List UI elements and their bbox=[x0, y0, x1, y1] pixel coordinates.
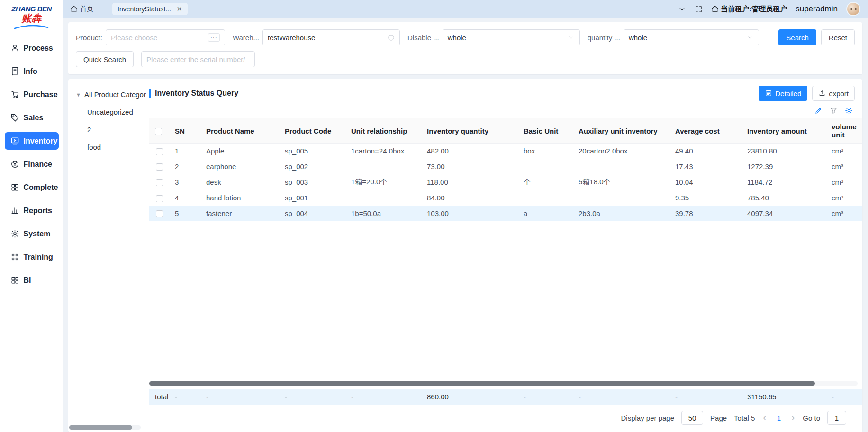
filter-row-2: Quick Search bbox=[76, 51, 855, 67]
column-header[interactable]: Average cost bbox=[669, 118, 741, 144]
clear-icon[interactable] bbox=[388, 34, 395, 41]
open-tab-inventory-status[interactable]: InventoryStatusI... ✕ bbox=[112, 3, 188, 15]
table-header-row: SNProduct NameProduct CodeUnit relations… bbox=[149, 118, 862, 144]
tenant-house-icon bbox=[711, 5, 719, 13]
column-header[interactable]: Unit relationship bbox=[345, 118, 421, 144]
product-input[interactable] bbox=[111, 34, 205, 42]
current-page[interactable]: 1 bbox=[775, 414, 783, 422]
detailed-button[interactable]: Detailed bbox=[759, 86, 807, 101]
product-more-icon[interactable]: ··· bbox=[208, 33, 220, 42]
disable-value: whole bbox=[448, 34, 466, 42]
column-header[interactable]: volume unit bbox=[826, 118, 862, 144]
row-checkbox[interactable] bbox=[156, 210, 163, 217]
sidebar-item-sales[interactable]: Sales bbox=[5, 109, 59, 126]
select-all-checkbox[interactable] bbox=[155, 128, 162, 135]
app-logo[interactable]: ZHANG BEN 账犇 bbox=[11, 5, 52, 30]
scrollbar-thumb[interactable] bbox=[149, 381, 815, 386]
table-row[interactable]: 1Applesp_0051carton=24.0box482.00box20ca… bbox=[149, 144, 862, 159]
sidebar-item-process[interactable]: Process bbox=[5, 39, 59, 57]
table-cell: 49.40 bbox=[669, 144, 741, 159]
quantity-select[interactable]: whole bbox=[624, 29, 759, 45]
table-cell: 1272.39 bbox=[741, 159, 826, 174]
column-header[interactable]: Product Name bbox=[200, 118, 279, 144]
sidebar-item-finance[interactable]: Finance bbox=[5, 155, 59, 173]
warehouse-input[interactable] bbox=[268, 34, 385, 42]
row-checkbox[interactable] bbox=[156, 163, 163, 171]
column-header[interactable]: Inventory amount bbox=[741, 118, 826, 144]
goto-page-input[interactable] bbox=[827, 411, 846, 425]
sidebar-item-inventory[interactable]: Inventory bbox=[5, 132, 59, 150]
tab-close-icon[interactable]: ✕ bbox=[177, 6, 182, 12]
filter-warehouse: Wareh... bbox=[233, 29, 400, 45]
horizontal-scrollbar[interactable] bbox=[149, 381, 858, 386]
tree-caret-icon[interactable]: ▼ bbox=[76, 92, 81, 98]
serial-number-field[interactable] bbox=[141, 51, 255, 67]
column-header[interactable]: SN bbox=[169, 118, 200, 144]
username[interactable]: superadmin bbox=[796, 4, 838, 14]
export-label: export bbox=[829, 90, 849, 98]
total-cell: - bbox=[518, 389, 573, 405]
tree-item-2[interactable]: 2 bbox=[87, 126, 141, 134]
table-row[interactable]: 4hand lotionsp_00184.009.35785.40cm³ bbox=[149, 190, 862, 206]
table-cell: sp_002 bbox=[279, 159, 345, 174]
total-row: total----860.00---31150.65- bbox=[149, 389, 862, 405]
sidebar-item-purchase[interactable]: Purchase bbox=[5, 86, 59, 103]
column-header[interactable]: Inventory quantity bbox=[421, 118, 518, 144]
table-cell bbox=[518, 159, 573, 174]
sidebar-item-complete[interactable]: Complete bbox=[5, 179, 59, 196]
sidebar-item-info[interactable]: Info bbox=[5, 63, 59, 80]
quick-search-button[interactable]: Quick Search bbox=[76, 51, 134, 67]
product-picker[interactable]: ··· bbox=[106, 29, 225, 45]
info-icon bbox=[10, 67, 19, 76]
total-cell: - bbox=[200, 389, 279, 405]
row-checkbox[interactable] bbox=[156, 148, 163, 155]
settings-icon[interactable] bbox=[845, 107, 853, 115]
sidebar-item-training[interactable]: Training bbox=[5, 248, 59, 266]
table-row[interactable]: 2earphonesp_00273.0017.431272.39cm³ bbox=[149, 159, 862, 174]
inventory-table: SNProduct NameProduct CodeUnit relations… bbox=[149, 118, 862, 221]
serial-number-input[interactable] bbox=[146, 55, 250, 63]
reset-button[interactable]: Reset bbox=[821, 29, 855, 45]
column-header[interactable]: Auxiliary unit inventory bbox=[573, 118, 669, 144]
current-tenant[interactable]: 当前租户:管理员租户 bbox=[711, 5, 787, 14]
next-page-icon[interactable]: › bbox=[790, 413, 796, 423]
goto-label: Go to bbox=[803, 414, 820, 422]
sidebar-item-reports[interactable]: Reports bbox=[5, 202, 59, 219]
search-button[interactable]: Search bbox=[778, 29, 816, 45]
tree-horizontal-scrollbar[interactable] bbox=[69, 425, 141, 430]
sidebar-item-system[interactable]: System bbox=[5, 225, 59, 243]
sidebar-item-bi[interactable]: BI bbox=[5, 271, 59, 289]
edit-icon[interactable] bbox=[814, 107, 823, 115]
table-cell: 20carton2.0box bbox=[573, 144, 669, 159]
quantity-label: quantity ... bbox=[588, 34, 620, 42]
table-cell: hand lotion bbox=[200, 190, 279, 206]
table-row[interactable]: 3desksp_0031箱=20.0个118.00个5箱18.0个10.0411… bbox=[149, 174, 862, 190]
export-button[interactable]: export bbox=[812, 86, 855, 101]
fullscreen-icon[interactable] bbox=[695, 5, 703, 13]
disable-label: Disable ... bbox=[407, 34, 439, 42]
scrollbar-thumb[interactable] bbox=[69, 425, 132, 430]
table-row[interactable]: 5fastenersp_0041b=50.0a103.00a2b3.0a39.7… bbox=[149, 206, 862, 221]
column-header[interactable]: Basic Unit bbox=[518, 118, 573, 144]
filter-product: Product: ··· bbox=[76, 29, 225, 45]
tree-item-uncategorized[interactable]: Uncategorized bbox=[87, 108, 141, 116]
table-cell: 1184.72 bbox=[741, 174, 826, 190]
sidebar-menu: ProcessInfoPurchaseSalesInventoryFinance… bbox=[0, 36, 63, 292]
row-select-cell bbox=[149, 174, 169, 190]
filter-icon[interactable] bbox=[830, 107, 838, 115]
tree-item-all-categories[interactable]: ▼ All Product Categor bbox=[76, 90, 141, 99]
column-header[interactable]: Product Code bbox=[279, 118, 345, 144]
row-select-cell bbox=[149, 144, 169, 159]
row-checkbox[interactable] bbox=[156, 195, 163, 202]
user-avatar[interactable] bbox=[846, 2, 860, 16]
prev-page-icon[interactable]: ‹ bbox=[762, 413, 767, 423]
home-tab[interactable]: 首页 bbox=[70, 5, 93, 13]
tree-item-food[interactable]: food bbox=[87, 143, 141, 151]
warehouse-picker[interactable] bbox=[262, 29, 400, 45]
row-checkbox[interactable] bbox=[156, 179, 163, 186]
tabs-dropdown-icon[interactable] bbox=[678, 5, 686, 13]
disable-select[interactable]: whole bbox=[443, 29, 580, 45]
table-cell: cm³ bbox=[826, 174, 862, 190]
page-size-input[interactable] bbox=[681, 411, 703, 425]
tree-root-label: All Product Categor bbox=[84, 90, 146, 99]
